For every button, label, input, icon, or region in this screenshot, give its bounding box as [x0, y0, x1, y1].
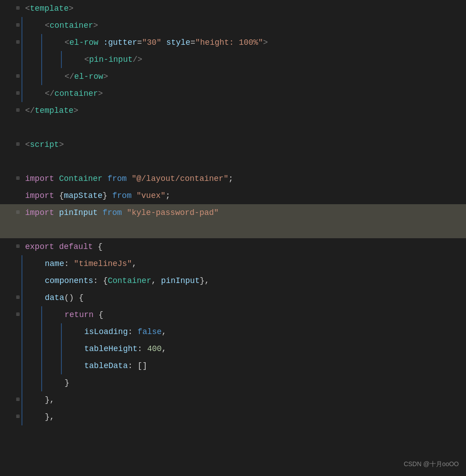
token-punctuation: }, [45, 411, 55, 424]
token-keyword: return [65, 309, 94, 322]
indent-spacer [22, 85, 41, 102]
fold-icon[interactable]: ⊞ [16, 89, 20, 99]
token-plain [54, 240, 59, 253]
code-line: ⊞<script> [0, 136, 466, 153]
fold-icon[interactable]: ⊞ [16, 106, 20, 116]
fold-icon[interactable]: ⊞ [16, 242, 20, 252]
fold-icon[interactable]: ⊞ [16, 208, 20, 218]
token-value-num: 400 [147, 343, 161, 356]
token-tag-bracket: </ [45, 87, 55, 100]
line-content: }, [41, 391, 55, 408]
line-content: <el-row :gutter="30" style="height: 100%… [61, 34, 268, 51]
fold-icon[interactable]: ⊞ [16, 4, 20, 13]
token-punctuation: { [103, 274, 108, 287]
fold-icon[interactable]: ⊞ [16, 412, 20, 422]
token-attr-name: :gutter [103, 36, 137, 49]
token-plain [99, 36, 104, 49]
token-value-arr: [] [138, 360, 147, 373]
gutter: ⊞ [0, 136, 22, 153]
fold-icon[interactable]: ⊞ [16, 140, 20, 150]
token-from-keyword: from [103, 206, 122, 219]
token-keyword-import: import [25, 206, 54, 219]
fold-icon[interactable]: ⊞ [16, 310, 20, 320]
gutter [0, 357, 22, 374]
code-line: ⊞import Container from "@/layout/contain… [0, 170, 466, 187]
code-editor: ⊞<template>⊞<container>⊞<el-row :gutter=… [0, 0, 466, 476]
code-line: ⊞export default { [0, 238, 466, 255]
fold-icon[interactable]: ⊞ [16, 293, 20, 303]
line-content: tableHeight: 400, [81, 340, 167, 357]
token-plain [161, 36, 166, 49]
fold-icon[interactable]: ⊞ [16, 72, 20, 81]
token-punctuation: } [103, 189, 108, 202]
indent-spacer [22, 374, 41, 391]
gutter: ⊞ [0, 289, 22, 306]
gutter [0, 119, 22, 136]
token-identifier: pinInput [161, 274, 199, 287]
token-tag-name: el-row [69, 36, 99, 49]
code-line: ⊞}, [0, 391, 466, 408]
gutter [0, 272, 22, 289]
token-property: tableHeight [84, 343, 138, 356]
fold-icon[interactable]: ⊞ [16, 38, 20, 47]
token-attr-equals: = [190, 36, 195, 49]
token-plain [54, 172, 59, 185]
fold-icon[interactable]: ⊞ [16, 174, 20, 184]
token-punctuation: }, [200, 274, 210, 287]
token-keyword: export [25, 240, 54, 253]
token-plain [54, 189, 59, 202]
indent-spacer [62, 357, 81, 374]
gutter: ⊞ [0, 408, 22, 425]
token-punctuation: ; [229, 172, 233, 185]
gutter [0, 323, 22, 340]
token-identifier-class: Container [59, 172, 103, 185]
token-plain [156, 274, 161, 287]
token-punctuation: : [64, 257, 69, 270]
fold-icon[interactable]: ⊞ [16, 395, 20, 405]
indent-spacer [22, 306, 41, 323]
token-plain [74, 292, 79, 304]
line-content: </template> [22, 102, 78, 119]
token-punctuation: , [151, 274, 156, 287]
code-line [0, 119, 466, 136]
line-content [22, 153, 30, 170]
line-content: }, [41, 408, 55, 425]
indent-spacer [22, 340, 41, 357]
token-keyword: default [59, 240, 93, 253]
token-tag-bracket: < [45, 19, 50, 32]
gutter: ⊞ [0, 204, 22, 221]
line-content: </container> [41, 85, 103, 102]
token-tag-bracket: </ [65, 70, 74, 83]
token-punctuation: () [64, 292, 74, 304]
gutter: ⊞ [0, 34, 22, 51]
gutter: ⊞ [0, 102, 22, 119]
token-string: "@/layout/container" [132, 172, 229, 185]
indent-spacer [22, 34, 41, 51]
token-identifier: mapState [64, 189, 102, 202]
line-content: import pinInput from "kyle-password-pad" [22, 204, 219, 221]
token-tag-bracket: > [73, 104, 78, 117]
code-line: tableData: [] [0, 357, 466, 374]
watermark: CSDN @十月ooOO [404, 459, 459, 469]
token-tag-bracket: < [84, 53, 89, 66]
token-plain [122, 206, 127, 219]
code-line: } [0, 374, 466, 391]
line-content: tableData: [] [81, 357, 147, 374]
token-punctuation: , [162, 326, 167, 339]
token-tag-bracket: > [69, 2, 73, 15]
token-string: "vuex" [137, 189, 166, 202]
token-plain [94, 309, 99, 322]
token-plain [103, 172, 108, 185]
gutter [0, 340, 22, 357]
token-from-keyword: from [112, 189, 131, 202]
fold-icon[interactable]: ⊞ [16, 21, 20, 30]
token-keyword-import: import [25, 189, 54, 202]
indent-spacer [42, 34, 61, 51]
token-punctuation: ; [165, 189, 170, 202]
token-tag-name: el-row [74, 70, 104, 83]
token-plain [132, 189, 137, 202]
token-from-keyword: from [108, 172, 127, 185]
code-line: ⊞</template> [0, 102, 466, 119]
indent-spacer [22, 289, 41, 306]
code-line: tableHeight: 400, [0, 340, 466, 357]
